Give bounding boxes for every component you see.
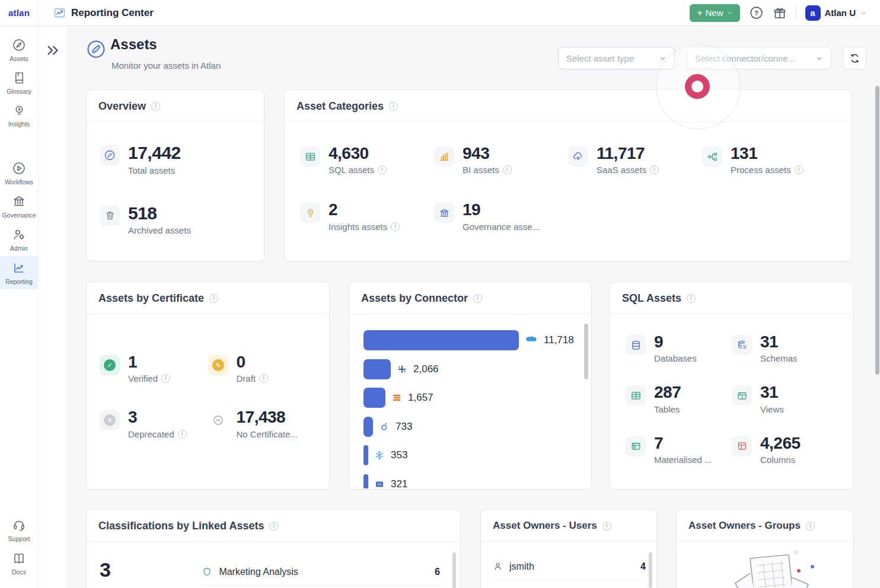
bar-ring-connector[interactable] xyxy=(364,417,373,437)
asset-categories-card: Asset Categories 4,630SQL assets 943BI a… xyxy=(284,90,852,261)
panel-strip xyxy=(39,26,66,588)
assets-by-connector-card: Assets by Connector 11,718 2,066 1,657 7… xyxy=(349,282,592,490)
card-title: Assets by Certificate xyxy=(98,292,204,305)
bi-assets-stat: 943BI assets xyxy=(434,145,568,175)
classification-row[interactable]: Marketing Analysis 6 xyxy=(202,558,440,586)
trash-icon xyxy=(100,206,120,226)
info-icon[interactable] xyxy=(151,102,160,111)
user-gear-icon xyxy=(12,228,26,242)
card-title: Asset Owners - Users xyxy=(493,520,597,532)
total-assets-stat: 17,442Total assets xyxy=(100,143,251,175)
process-assets-stat: 131Process assets xyxy=(702,145,836,175)
info-icon[interactable] xyxy=(389,102,398,111)
user-name: Atlan U xyxy=(825,8,856,18)
info-icon[interactable] xyxy=(209,294,218,303)
bar-snowflake[interactable] xyxy=(364,445,368,465)
play-circle-icon xyxy=(12,161,26,175)
page-title: Assets xyxy=(110,36,157,53)
overview-card: Overview 17,442Total assets 518Archived … xyxy=(86,90,264,261)
bank-icon xyxy=(434,203,454,223)
expand-panel-icon[interactable] xyxy=(45,43,60,58)
views-stat: 31Views xyxy=(732,384,838,414)
page-scrollbar[interactable] xyxy=(875,86,879,375)
connector-bar-chart: 11,718 2,066 1,657 733 353 xyxy=(356,319,584,488)
assets-by-certificate-card: Assets by Certificate ✓ 1Verified ✎ 0Dra… xyxy=(86,282,330,490)
sidebar-item-assets[interactable]: Assets xyxy=(0,33,39,66)
gift-icon[interactable] xyxy=(773,6,787,20)
plus-icon xyxy=(697,8,702,18)
info-icon[interactable] xyxy=(806,522,815,531)
sidebar: Assets Glossary Insights Workflows Gover… xyxy=(0,26,39,588)
info-icon[interactable] xyxy=(687,294,696,303)
info-icon[interactable] xyxy=(391,222,400,231)
sidebar-item-admin[interactable]: Admin xyxy=(0,223,39,256)
open-book-icon xyxy=(12,551,26,565)
bar-tableau[interactable] xyxy=(364,359,391,379)
sidebar-item-insights[interactable]: Insights xyxy=(0,99,39,132)
compass-icon xyxy=(12,38,26,52)
user-menu[interactable]: a Atlan U xyxy=(805,5,868,21)
bar-salesforce[interactable] xyxy=(364,330,519,350)
info-icon[interactable] xyxy=(602,522,611,531)
list-scrollbar[interactable] xyxy=(649,552,652,588)
atlan-logo[interactable]: atlan xyxy=(0,0,39,26)
sidebar-item-docs[interactable]: Docs xyxy=(0,547,39,580)
info-icon[interactable] xyxy=(503,165,512,174)
info-icon[interactable] xyxy=(178,430,187,439)
new-button[interactable]: New xyxy=(690,4,739,22)
headset-icon xyxy=(12,518,26,532)
verified-stat: ✓ 1Verified xyxy=(100,353,208,384)
card-title: SQL Assets xyxy=(622,292,681,305)
schemas-stat: 31Schemas xyxy=(732,333,838,363)
table-icon xyxy=(626,385,646,405)
avatar: a xyxy=(805,5,821,21)
sidebar-item-workflows[interactable]: Workflows xyxy=(0,156,39,190)
draft-stat: ✎ 0Draft xyxy=(208,353,317,384)
bar-connector[interactable] xyxy=(364,474,368,488)
sidebar-item-glossary[interactable]: Glossary xyxy=(0,66,39,99)
info-icon[interactable] xyxy=(795,165,804,174)
cloud-gear-icon xyxy=(568,146,588,167)
asset-owners-groups-card: Asset Owners - Groups xyxy=(676,509,854,588)
user-row[interactable]: jsmith 4 xyxy=(493,553,646,580)
reporting-center-icon xyxy=(53,7,66,19)
info-icon[interactable] xyxy=(650,165,659,174)
info-icon[interactable] xyxy=(259,374,268,383)
app-title-wrap: Reporting Center xyxy=(53,7,154,19)
governance-assets-stat: 19Governance asse... xyxy=(434,201,568,231)
divider xyxy=(796,6,796,20)
compass-icon xyxy=(100,145,120,165)
connector-row: 353 xyxy=(364,441,578,470)
card-title: Classifications by Linked Assets xyxy=(98,520,264,532)
connector-select[interactable]: Select connector/conne... xyxy=(687,47,831,69)
sidebar-item-support[interactable]: Support xyxy=(0,513,39,547)
asset-owners-users-card: Asset Owners - Users jsmith 4 xyxy=(480,509,657,588)
info-icon[interactable] xyxy=(161,374,170,383)
sidebar-item-governance[interactable]: Governance xyxy=(0,190,39,223)
chevron-down-icon xyxy=(659,55,667,62)
page-subtitle: Monitor your assets in Atlan xyxy=(111,60,221,71)
connector-row: 2,066 xyxy=(364,355,578,384)
info-icon[interactable] xyxy=(473,294,482,303)
connector-row: 11,718 xyxy=(364,326,578,355)
tableau-icon xyxy=(397,364,407,375)
refresh-button[interactable] xyxy=(843,47,866,69)
info-icon[interactable] xyxy=(269,522,278,531)
lightbulb-icon xyxy=(300,203,320,223)
card-title: Asset Categories xyxy=(296,100,384,113)
svg-text:?: ? xyxy=(754,9,758,17)
help-icon[interactable]: ? xyxy=(749,5,764,20)
chevron-down-icon xyxy=(726,9,733,16)
card-title: Overview xyxy=(98,100,146,113)
sql-assets-stat: 4,630SQL assets xyxy=(300,145,434,175)
list-scrollbar[interactable] xyxy=(452,552,456,588)
aws-icon xyxy=(391,392,402,403)
card-title: Assets by Connector xyxy=(361,292,468,305)
bar-aws[interactable] xyxy=(364,388,385,408)
sidebar-item-reporting[interactable]: Reporting xyxy=(0,256,39,289)
connector-row: 1,657 xyxy=(364,384,578,413)
archived-assets-stat: 518Archived assets xyxy=(100,204,251,236)
chart-scrollbar[interactable] xyxy=(584,324,588,379)
info-icon[interactable] xyxy=(378,165,387,174)
asset-type-select[interactable]: Select asset type xyxy=(558,47,675,69)
